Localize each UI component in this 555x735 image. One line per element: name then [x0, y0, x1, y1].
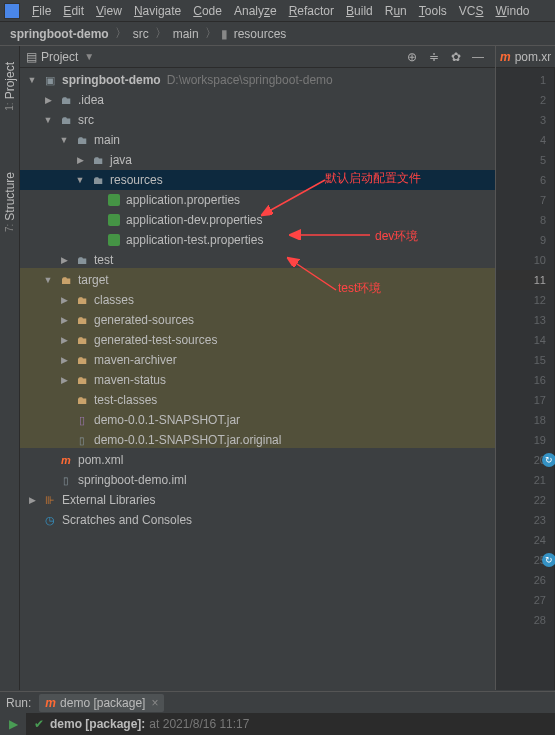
gutter-line[interactable]: 14	[496, 330, 554, 350]
gutter-line[interactable]: 22	[496, 490, 554, 510]
tree-node[interactable]: ▶🖿classes	[20, 290, 495, 310]
tree-arrow-icon[interactable]: ▶	[58, 255, 70, 265]
gutter-line[interactable]: 21	[496, 470, 554, 490]
gutter-line[interactable]: 15	[496, 350, 554, 370]
menu-window[interactable]: Windo	[489, 2, 535, 20]
tree-node[interactable]: 🖿test-classes	[20, 390, 495, 410]
tree-node[interactable]: ▼🖿target	[20, 270, 495, 290]
breadcrumb-item[interactable]: src	[131, 27, 151, 41]
tree-arrow-icon[interactable]: ▶	[58, 355, 70, 365]
gutter-line[interactable]: 5	[496, 150, 554, 170]
gutter-line[interactable]: 4	[496, 130, 554, 150]
tree-arrow-icon[interactable]: ▼	[42, 275, 54, 285]
menu-run[interactable]: Run	[379, 2, 413, 20]
expand-all-icon[interactable]: ≑	[425, 48, 443, 66]
gutter-line[interactable]: 28	[496, 610, 554, 630]
gutter-line[interactable]: 18	[496, 410, 554, 430]
gutter-line[interactable]: 17	[496, 390, 554, 410]
tree-node[interactable]: ▶🖿test	[20, 250, 495, 270]
menu-view[interactable]: View	[90, 2, 128, 20]
gutter-line[interactable]: 13	[496, 310, 554, 330]
tree-arrow-icon[interactable]: ▼	[42, 115, 54, 125]
gutter-line[interactable]: 19	[496, 430, 554, 450]
tree-node[interactable]: ▼🖿main	[20, 130, 495, 150]
gutter-line[interactable]: 3	[496, 110, 554, 130]
tree-arrow-icon[interactable]: ▶	[26, 495, 38, 505]
gutter-hint-icon[interactable]: ↻	[542, 453, 555, 467]
tree-node[interactable]: ▼🖿resources	[20, 170, 495, 190]
tree-arrow-icon[interactable]: ▶	[58, 375, 70, 385]
gutter-hint-icon[interactable]: ↻	[542, 553, 555, 567]
gutter-line[interactable]: 27	[496, 590, 554, 610]
gutter-line[interactable]: 12	[496, 290, 554, 310]
gutter-line[interactable]: 7	[496, 190, 554, 210]
tree-node[interactable]: application-test.properties	[20, 230, 495, 250]
gutter-line[interactable]: 25↻	[496, 550, 554, 570]
gutter-line[interactable]: 1	[496, 70, 554, 90]
tree-node[interactable]: ▯demo-0.0.1-SNAPSHOT.jar	[20, 410, 495, 430]
tree-node[interactable]: mpom.xml	[20, 450, 495, 470]
gutter-line[interactable]: 26	[496, 570, 554, 590]
project-tree[interactable]: ▼▣springboot-demoD:\workspace\springboot…	[20, 68, 495, 690]
gutter-line[interactable]: 2	[496, 90, 554, 110]
gutter-line[interactable]: 16	[496, 370, 554, 390]
gutter-line[interactable]: 24	[496, 530, 554, 550]
tool-tab-structure[interactable]: 7: Structure	[0, 166, 20, 238]
gutter-line[interactable]: 20↻	[496, 450, 554, 470]
tree-arrow-icon[interactable]: ▼	[26, 75, 38, 85]
tree-arrow-icon[interactable]: ▶	[58, 315, 70, 325]
tree-label: springboot-demo	[62, 73, 161, 87]
tree-node[interactable]: ▶🖿.idea	[20, 90, 495, 110]
menu-edit[interactable]: Edit	[57, 2, 90, 20]
run-button[interactable]: ▶	[0, 713, 26, 735]
tree-node[interactable]: ▯demo-0.0.1-SNAPSHOT.jar.original	[20, 430, 495, 450]
tree-arrow-icon[interactable]: ▼	[74, 175, 86, 185]
menu-tools[interactable]: Tools	[413, 2, 453, 20]
tree-node[interactable]: ▼🖿src	[20, 110, 495, 130]
menu-vcs[interactable]: VCS	[453, 2, 490, 20]
gutter-line[interactable]: 11	[496, 270, 554, 290]
menu-refactor[interactable]: Refactor	[283, 2, 340, 20]
gutter-line[interactable]: 6	[496, 170, 554, 190]
close-icon[interactable]: ×	[151, 696, 158, 710]
gear-icon[interactable]: ✿	[447, 48, 465, 66]
gutter-line[interactable]: 23	[496, 510, 554, 530]
breadcrumb-item[interactable]: main	[171, 27, 201, 41]
gutter-line[interactable]: 10	[496, 250, 554, 270]
tree-node[interactable]: ▶🖿generated-sources	[20, 310, 495, 330]
menu-build[interactable]: Build	[340, 2, 379, 20]
tree-node[interactable]: ▯springboot-demo.iml	[20, 470, 495, 490]
hide-icon[interactable]: —	[469, 48, 487, 66]
menu-code[interactable]: Code	[187, 2, 228, 20]
menu-file[interactable]: File	[26, 2, 57, 20]
menu-analyze[interactable]: Analyze	[228, 2, 283, 20]
tree-label: .idea	[78, 93, 104, 107]
tree-node[interactable]: ◷Scratches and Consoles	[20, 510, 495, 530]
tree-arrow-icon[interactable]: ▶	[58, 295, 70, 305]
editor-gutter[interactable]: 1234567891011121314151617181920↻21222324…	[496, 68, 555, 690]
tool-tab-project[interactable]: 1: Project	[0, 56, 20, 117]
run-config-tab[interactable]: m demo [package] ×	[39, 694, 164, 712]
tree-node[interactable]: ▶🖿maven-archiver	[20, 350, 495, 370]
breadcrumb-item[interactable]: resources	[232, 27, 289, 41]
panel-title[interactable]: Project	[41, 50, 78, 64]
tree-label: generated-sources	[94, 313, 194, 327]
tree-node[interactable]: ▶⊪External Libraries	[20, 490, 495, 510]
locate-icon[interactable]: ⊕	[403, 48, 421, 66]
editor-tab[interactable]: m pom.xml	[496, 46, 555, 68]
tree-arrow-icon[interactable]: ▶	[74, 155, 86, 165]
tree-node[interactable]: ▶🖿java	[20, 150, 495, 170]
tree-arrow-icon[interactable]: ▼	[58, 135, 70, 145]
tree-arrow-icon[interactable]: ▶	[58, 335, 70, 345]
tree-node[interactable]: ▶🖿maven-status	[20, 370, 495, 390]
chevron-down-icon[interactable]: ▼	[84, 51, 94, 62]
tree-node[interactable]: application-dev.properties	[20, 210, 495, 230]
tree-node[interactable]: ▼▣springboot-demoD:\workspace\springboot…	[20, 70, 495, 90]
menu-navigate[interactable]: Navigate	[128, 2, 187, 20]
tree-node[interactable]: ▶🖿generated-test-sources	[20, 330, 495, 350]
breadcrumb-root[interactable]: springboot-demo	[8, 27, 111, 41]
tree-node[interactable]: application.properties	[20, 190, 495, 210]
tree-arrow-icon[interactable]: ▶	[42, 95, 54, 105]
gutter-line[interactable]: 8	[496, 210, 554, 230]
gutter-line[interactable]: 9	[496, 230, 554, 250]
